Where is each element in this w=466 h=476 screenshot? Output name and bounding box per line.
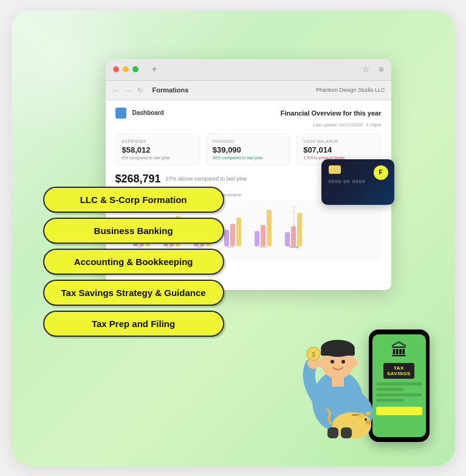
browser-menu-icon[interactable]: ≡ bbox=[379, 64, 383, 74]
svg-text:$: $ bbox=[312, 351, 315, 358]
tax-savings-pill[interactable]: Tax Savings Strategy & Guidance bbox=[43, 280, 224, 306]
svg-rect-36 bbox=[332, 377, 344, 387]
company-name: Phantom Design Studio LLC bbox=[316, 87, 385, 93]
card-chip bbox=[329, 165, 341, 174]
tax-savings-label: TAXSAVINGS bbox=[383, 363, 414, 379]
back-arrow-icon[interactable]: ← bbox=[112, 86, 120, 95]
pills-container: LLC & S-Corp Formation Business Banking … bbox=[43, 187, 224, 337]
svg-point-45 bbox=[365, 420, 371, 425]
stat-invoiced: INVOICED $39,090 40% compared to last ye… bbox=[206, 134, 290, 165]
banking-pill[interactable]: Business Banking bbox=[43, 218, 224, 244]
svg-rect-17 bbox=[267, 210, 272, 246]
browser-maximize-dot[interactable] bbox=[132, 66, 139, 72]
browser-nav-bar: ← → ↻ Formations Phantom Design Studio L… bbox=[106, 81, 391, 100]
total-change: 27% above compared to last year bbox=[166, 176, 247, 182]
svg-rect-48 bbox=[352, 414, 359, 416]
browser-title-bar: + ☆ ≡ bbox=[106, 59, 391, 81]
tax-line-3 bbox=[376, 393, 422, 396]
formations-logo: Formations bbox=[152, 86, 189, 94]
svg-point-44 bbox=[365, 418, 367, 421]
svg-rect-20 bbox=[297, 213, 302, 246]
stat-invoiced-change: 40% compared to last year bbox=[213, 156, 284, 160]
last-update-text: Last update: 01/17/2023 · 4:15pm bbox=[115, 122, 382, 128]
svg-text:Apr: Apr bbox=[227, 245, 233, 249]
stat-expenses-value: $58,012 bbox=[122, 145, 193, 154]
llc-pill[interactable]: LLC & S-Corp Formation bbox=[43, 187, 224, 213]
accounting-pill[interactable]: Accounting & Bookkeeping bbox=[43, 249, 224, 275]
tax-document-lines bbox=[376, 382, 422, 404]
stat-cash-label: CASH BALANCE bbox=[303, 139, 374, 143]
stat-expenses-change: 0% compared to last year bbox=[122, 156, 193, 160]
svg-rect-50 bbox=[341, 427, 352, 438]
financial-overview-title: Financial Overview for this year bbox=[281, 109, 382, 117]
total-value: $268,791 bbox=[115, 173, 161, 185]
svg-point-33 bbox=[341, 360, 345, 364]
stat-cash-value: $07,014 bbox=[303, 145, 374, 154]
svg-point-47 bbox=[368, 421, 369, 423]
forward-arrow-icon[interactable]: → bbox=[125, 86, 132, 95]
browser-minimize-dot[interactable] bbox=[123, 66, 129, 72]
svg-rect-19 bbox=[291, 226, 296, 246]
svg-point-43 bbox=[366, 412, 371, 415]
credit-card: 0000 00 0000 F bbox=[321, 159, 394, 205]
reload-icon[interactable]: ↻ bbox=[137, 86, 143, 94]
svg-rect-13 bbox=[230, 224, 235, 246]
person-illustration: $ bbox=[294, 313, 382, 441]
dashboard-label: Dashboard bbox=[132, 109, 164, 116]
svg-rect-16 bbox=[261, 225, 266, 246]
browser-close-dot[interactable] bbox=[113, 66, 119, 72]
stat-invoiced-value: $39,090 bbox=[213, 145, 284, 154]
card-logo: F bbox=[374, 165, 388, 180]
svg-rect-31 bbox=[321, 350, 355, 356]
stat-expenses-label: EXPENSES bbox=[122, 139, 193, 143]
svg-point-46 bbox=[366, 421, 367, 423]
tax-phone-button bbox=[376, 407, 422, 415]
svg-rect-15 bbox=[255, 231, 259, 246]
browser-bookmark-icon[interactable]: ☆ bbox=[362, 64, 370, 74]
svg-point-32 bbox=[331, 360, 334, 364]
dashboard-header: Dashboard Financial Overview for this ye… bbox=[115, 108, 382, 119]
tax-line-1 bbox=[376, 382, 422, 385]
tax-prep-pill[interactable]: Tax Prep and Filing bbox=[43, 311, 224, 337]
stat-expenses: EXPENSES $58,012 0% compared to last yea… bbox=[115, 134, 200, 165]
browser-new-tab-icon[interactable]: + bbox=[152, 64, 157, 75]
svg-rect-14 bbox=[236, 218, 241, 246]
svg-point-35 bbox=[352, 359, 358, 367]
svg-text:May: May bbox=[260, 245, 267, 249]
bank-building-icon: 🏛 bbox=[391, 340, 408, 360]
svg-text:Today: Today bbox=[289, 245, 300, 249]
stat-invoiced-label: INVOICED bbox=[213, 139, 284, 143]
svg-rect-18 bbox=[285, 232, 290, 246]
svg-rect-12 bbox=[224, 230, 229, 246]
svg-rect-49 bbox=[327, 427, 338, 438]
main-card: + ☆ ≡ ← → ↻ Formations Phantom Design St… bbox=[12, 10, 455, 466]
dashboard-icon bbox=[115, 108, 126, 119]
